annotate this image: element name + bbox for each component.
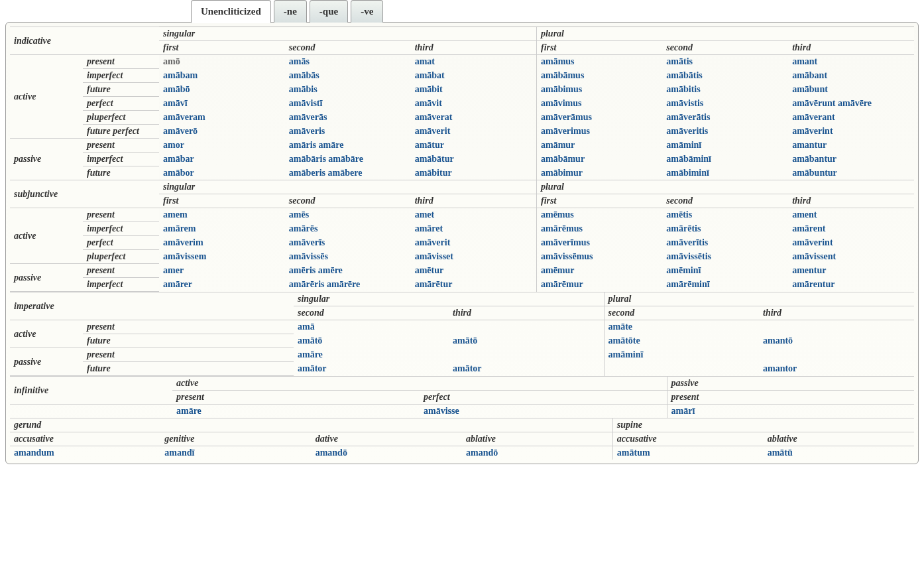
form[interactable]: amābātis bbox=[662, 69, 788, 83]
form[interactable]: amātis bbox=[662, 55, 788, 69]
form[interactable]: amāverō bbox=[159, 125, 285, 139]
form[interactable]: amātur bbox=[411, 139, 537, 153]
form[interactable]: amābant bbox=[788, 69, 914, 83]
form[interactable]: amor bbox=[159, 139, 285, 153]
form[interactable]: amentur bbox=[788, 264, 914, 278]
form[interactable]: amāvissent bbox=[788, 250, 914, 264]
form[interactable]: amāverim bbox=[159, 236, 285, 250]
form[interactable]: amārentur bbox=[788, 278, 914, 292]
form[interactable]: amantur bbox=[788, 139, 914, 153]
form[interactable]: amāveram bbox=[159, 111, 285, 125]
form[interactable]: amāmur bbox=[536, 139, 662, 153]
form[interactable]: amēris amēre bbox=[285, 264, 411, 278]
form[interactable]: amābās bbox=[285, 69, 411, 83]
form[interactable]: amārēris amārēre bbox=[285, 278, 411, 292]
form[interactable]: amāverīs bbox=[285, 236, 411, 250]
form[interactable]: amāverāmus bbox=[536, 111, 662, 125]
form[interactable]: amantor bbox=[759, 362, 914, 376]
form[interactable]: amēminī bbox=[662, 264, 788, 278]
form[interactable]: amāverīmus bbox=[536, 236, 662, 250]
form[interactable]: amābō bbox=[159, 83, 285, 97]
form[interactable]: amāverītis bbox=[662, 236, 788, 250]
tab-que[interactable]: -que bbox=[310, 0, 348, 23]
form[interactable]: amāvī bbox=[159, 97, 285, 111]
form[interactable]: amārēs bbox=[285, 222, 411, 236]
form[interactable]: amārēmur bbox=[536, 278, 662, 292]
form[interactable]: amāris amāre bbox=[285, 139, 411, 153]
form[interactable]: amāvistī bbox=[285, 97, 411, 111]
form[interactable]: amābātur bbox=[411, 153, 537, 166]
form[interactable]: amāverint bbox=[788, 236, 914, 250]
form[interactable]: amābāmur bbox=[536, 153, 662, 166]
form[interactable]: amābitur bbox=[411, 166, 537, 180]
form[interactable]: amāre bbox=[294, 348, 449, 362]
form[interactable]: amābis bbox=[285, 83, 411, 97]
form[interactable]: amābitis bbox=[662, 83, 788, 97]
form[interactable]: amābat bbox=[411, 69, 537, 83]
form[interactable]: amābar bbox=[159, 153, 285, 166]
form[interactable]: amāveris bbox=[285, 125, 411, 139]
form[interactable]: amāvit bbox=[411, 97, 537, 111]
form[interactable]: amēmur bbox=[536, 264, 662, 278]
form[interactable]: amēs bbox=[285, 208, 411, 222]
form[interactable]: amābam bbox=[159, 69, 285, 83]
form[interactable]: amābuntur bbox=[788, 166, 914, 180]
form[interactable]: amātor bbox=[294, 362, 449, 376]
tab-unencliticized[interactable]: Unencliticized bbox=[191, 0, 271, 23]
form[interactable]: amāvisset bbox=[411, 250, 537, 264]
form[interactable]: amer bbox=[159, 264, 285, 278]
form[interactable]: amārēminī bbox=[662, 278, 788, 292]
form[interactable]: amārētis bbox=[662, 222, 788, 236]
form[interactable]: amāvissētis bbox=[662, 250, 788, 264]
form[interactable]: amēmus bbox=[536, 208, 662, 222]
form[interactable]: amant bbox=[788, 55, 914, 69]
form[interactable]: amētur bbox=[411, 264, 537, 278]
form[interactable]: amābor bbox=[159, 166, 285, 180]
form[interactable]: amāminī bbox=[662, 139, 788, 153]
form[interactable]: amābit bbox=[411, 83, 537, 97]
form[interactable]: amandō bbox=[312, 446, 462, 460]
form[interactable]: amābimus bbox=[536, 83, 662, 97]
form[interactable]: amāverātis bbox=[662, 111, 788, 125]
form[interactable]: amandō bbox=[462, 446, 612, 460]
form[interactable]: amābunt bbox=[788, 83, 914, 97]
form[interactable]: amābāminī bbox=[662, 153, 788, 166]
form[interactable]: amandī bbox=[160, 446, 311, 460]
form[interactable]: amāvisse bbox=[420, 405, 667, 418]
form[interactable]: amātum bbox=[612, 446, 763, 460]
form[interactable]: amārent bbox=[788, 222, 914, 236]
tab-ne[interactable]: -ne bbox=[274, 0, 307, 23]
form[interactable]: amātō bbox=[449, 334, 604, 348]
form[interactable]: amātū bbox=[764, 446, 914, 460]
form[interactable]: amāverit bbox=[411, 125, 537, 139]
form[interactable]: ament bbox=[788, 208, 914, 222]
form[interactable]: amāverat bbox=[411, 111, 537, 125]
form[interactable]: amātōte bbox=[604, 334, 759, 348]
form[interactable]: amāvistis bbox=[662, 97, 788, 111]
form[interactable]: amās bbox=[285, 55, 411, 69]
tab-ve[interactable]: -ve bbox=[351, 0, 383, 23]
form[interactable]: amāvimus bbox=[536, 97, 662, 111]
form[interactable]: amāverās bbox=[285, 111, 411, 125]
form[interactable]: amāverimus bbox=[536, 125, 662, 139]
form[interactable]: amāverint bbox=[788, 125, 914, 139]
form[interactable]: amem bbox=[159, 208, 285, 222]
form[interactable]: amā bbox=[294, 320, 449, 334]
form[interactable]: amātō bbox=[294, 334, 449, 348]
form[interactable]: amārer bbox=[159, 278, 285, 292]
form[interactable]: amārem bbox=[159, 222, 285, 236]
form[interactable]: amētis bbox=[662, 208, 788, 222]
form[interactable]: amārēmus bbox=[536, 222, 662, 236]
form[interactable]: amāminī bbox=[604, 348, 759, 362]
form[interactable]: amandum bbox=[10, 446, 160, 460]
form[interactable]: amāverant bbox=[788, 111, 914, 125]
form[interactable]: amāvissem bbox=[159, 250, 285, 264]
form[interactable]: amāvissēs bbox=[285, 250, 411, 264]
form[interactable]: amārī bbox=[667, 405, 914, 418]
form[interactable]: amāret bbox=[411, 222, 537, 236]
form[interactable]: amāre bbox=[172, 405, 420, 418]
form[interactable]: amābantur bbox=[788, 153, 914, 166]
form[interactable]: amābiminī bbox=[662, 166, 788, 180]
form[interactable]: amāveritis bbox=[662, 125, 788, 139]
form[interactable]: amāvērunt amāvēre bbox=[788, 97, 914, 111]
